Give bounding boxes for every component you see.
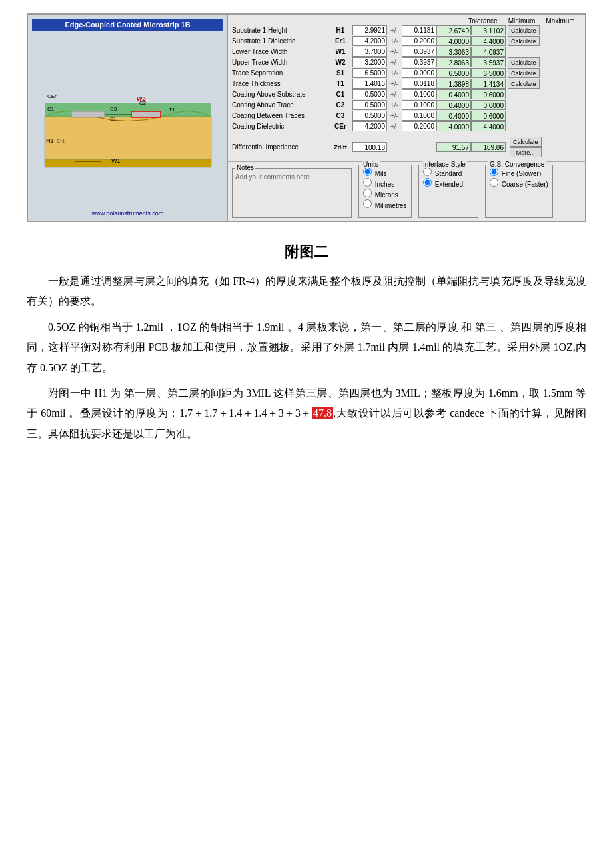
param-pm-5: +/-	[387, 80, 402, 87]
param-max-8: 0.6000	[471, 111, 506, 121]
param-sym-5: T1	[328, 80, 352, 87]
param-calc-btn-0[interactable]: Calculate	[508, 25, 540, 35]
param-row-h1: Substrate 1 Height H1 +/- 2.6740 3.1102 …	[232, 25, 581, 35]
param-min-6: 0.4000	[436, 89, 471, 99]
more-button[interactable]: More...	[510, 147, 542, 157]
param-pm-9: +/-	[387, 123, 402, 130]
paragraph-3: 附图一中 H1 为 第一层、第二层的间距为 3MIL 这样第三层、第四层也为 3…	[27, 383, 586, 444]
param-val-1[interactable]	[352, 36, 387, 46]
svg-rect-1	[45, 116, 211, 159]
param-row-c1: Coating Above Substrate C1 +/- 0.4000 0.…	[232, 89, 581, 99]
param-calc-btn-3[interactable]: Calculate	[508, 57, 540, 67]
interface-style-group: Interface Style Standard Extended	[418, 165, 478, 218]
param-val-9[interactable]	[352, 121, 387, 131]
gs-legend: G.S. Convergence	[488, 161, 546, 168]
svg-rect-3	[71, 111, 105, 117]
param-val-2[interactable]	[352, 47, 387, 57]
param-pm-6: +/-	[387, 91, 402, 98]
param-min-2: 3.3063	[436, 47, 471, 57]
impedance-value[interactable]: 100.18	[352, 142, 387, 152]
header-minimum: Minimum	[502, 17, 541, 25]
param-val-8[interactable]	[352, 111, 387, 121]
section-title: 附图二	[27, 242, 586, 262]
gs-option-fine--slower-[interactable]: Fine (Slower)	[490, 167, 548, 177]
interface-legend: Interface Style	[422, 161, 467, 168]
impedance-calculate-button[interactable]: Calculate	[510, 137, 542, 147]
param-min-3: 2.8063	[436, 57, 471, 67]
param-val-7[interactable]	[352, 100, 387, 110]
params-area: Tolerance Minimum Maximum Substrate 1 He…	[228, 15, 585, 161]
paragraph-1: 一般是通过调整层与层之间的填充（如 FR-4）的厚度来满足整个板厚及阻抗控制（单…	[27, 271, 586, 312]
param-tol-5[interactable]	[402, 79, 436, 89]
svg-rect-0	[45, 159, 211, 167]
interface-option-extended[interactable]: Extended	[423, 178, 474, 188]
param-sym-4: S1	[328, 69, 352, 77]
param-tol-0[interactable]	[402, 25, 436, 35]
svg-text:Er1: Er1	[57, 138, 65, 144]
param-label-1: Substrate 1 Dielectric	[232, 37, 328, 45]
gs-convergence-group: G.S. Convergence Fine (Slower) Coarse (F…	[485, 165, 553, 218]
svg-text:W1: W1	[111, 157, 121, 164]
svg-text:S1: S1	[110, 116, 116, 122]
impedance-min: 91.57	[436, 142, 471, 152]
param-label-0: Substrate 1 Height	[232, 27, 328, 34]
notes-content[interactable]: Add your comments here	[233, 172, 351, 182]
param-calc-btn-1[interactable]: Calculate	[508, 36, 540, 46]
unit-option-microns[interactable]: Microns	[363, 189, 407, 199]
unit-option-millimetres[interactable]: Millimetres	[363, 199, 407, 209]
param-val-0[interactable]	[352, 25, 387, 35]
diagram-url: www.polarinstruments.com	[92, 210, 164, 217]
param-max-9: 4.4000	[471, 121, 506, 131]
param-max-6: 0.6000	[471, 89, 506, 99]
impedance-row: Differential Impedance Zdiff 100.18 91.5…	[232, 137, 581, 157]
header-tolerance: Tolerance	[464, 17, 502, 25]
gs-options: Fine (Slower) Coarse (Faster)	[490, 167, 548, 188]
param-tol-8[interactable]	[402, 111, 436, 121]
param-calc-btn-5[interactable]: Calculate	[508, 79, 540, 89]
param-label-6: Coating Above Substrate	[232, 91, 328, 98]
param-tol-9[interactable]	[402, 121, 436, 131]
param-row-c2: Coating Above Trace C2 +/- 0.4000 0.6000	[232, 100, 581, 110]
diagram-svg: T1 H1 Er1 C3 C2 C1 CEr W2 W1	[32, 33, 223, 209]
param-val-3[interactable]	[352, 57, 387, 67]
param-row-s1: Trace Separation S1 +/- 6.5000 6.5000 Ca…	[232, 68, 581, 78]
param-min-9: 4.0000	[436, 121, 471, 131]
param-sym-6: C1	[328, 91, 352, 98]
param-row-c3: Coating Between Traces C3 +/- 0.4000 0.6…	[232, 111, 581, 121]
param-val-6[interactable]	[352, 89, 387, 99]
param-sym-0: H1	[328, 27, 352, 34]
tool-panel: Edge-Coupled Coated Microstrip 1B T1 H1	[27, 13, 586, 222]
impedance-label: Differential Impedance	[232, 143, 328, 151]
param-min-1: 4.0000	[436, 36, 471, 46]
param-label-2: Lower Trace Width	[232, 48, 328, 55]
gs-option-coarse--faster-[interactable]: Coarse (Faster)	[490, 178, 548, 188]
param-label-8: Coating Between Traces	[232, 112, 328, 119]
param-pm-4: +/-	[387, 69, 402, 77]
interface-option-standard[interactable]: Standard	[423, 167, 474, 177]
paragraph-2: 0.5OZ 的铜相当于 1.2mil ，1OZ 的铜相当于 1.9mil 。4 …	[27, 317, 586, 378]
units-options: Mils Inches Microns Millimetres	[363, 167, 407, 209]
param-min-4: 6.5000	[436, 68, 471, 78]
param-calc-btn-4[interactable]: Calculate	[508, 68, 540, 78]
param-val-5[interactable]	[352, 79, 387, 89]
param-tol-6[interactable]	[402, 89, 436, 99]
unit-option-inches[interactable]: Inches	[363, 178, 407, 188]
param-pm-1: +/-	[387, 37, 402, 45]
param-tol-7[interactable]	[402, 100, 436, 110]
notes-legend: Notes	[235, 164, 255, 171]
param-sym-8: C3	[328, 112, 352, 119]
param-sym-9: CEr	[328, 123, 352, 130]
param-min-0: 2.6740	[436, 25, 471, 35]
param-max-7: 0.6000	[471, 100, 506, 110]
param-tol-3[interactable]	[402, 57, 436, 67]
svg-text:H1: H1	[46, 137, 54, 144]
param-min-8: 0.4000	[436, 111, 471, 121]
unit-option-mils[interactable]: Mils	[363, 167, 407, 177]
param-sym-7: C2	[328, 101, 352, 109]
svg-rect-2	[45, 103, 211, 117]
param-tol-2[interactable]	[402, 47, 436, 57]
param-row-t1: Trace Thickness T1 +/- 1.3898 1.4134 Cal…	[232, 79, 581, 89]
param-val-4[interactable]	[352, 68, 387, 78]
param-tol-1[interactable]	[402, 36, 436, 46]
param-tol-4[interactable]	[402, 68, 436, 78]
